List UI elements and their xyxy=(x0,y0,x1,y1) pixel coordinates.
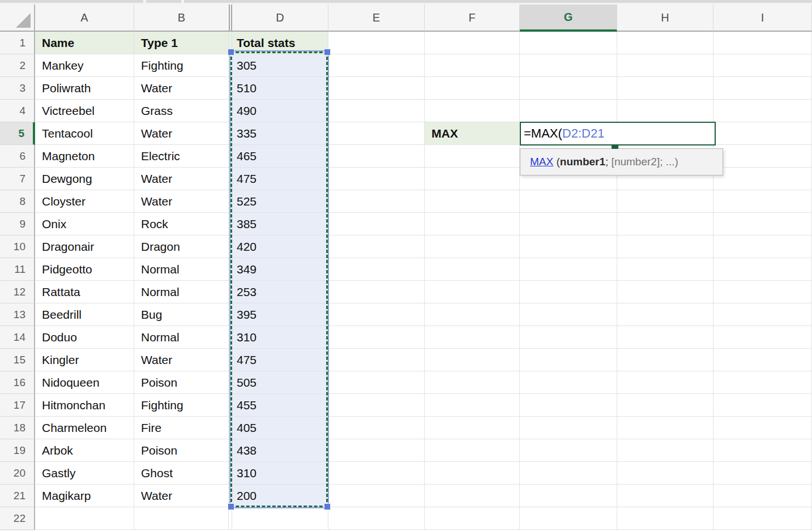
cell-F1[interactable] xyxy=(425,32,520,54)
cell-F12[interactable] xyxy=(425,281,520,303)
row-header-19[interactable]: 19 xyxy=(0,439,35,462)
cell-G12[interactable] xyxy=(520,281,617,303)
cell-G13[interactable] xyxy=(520,303,617,326)
cell-B4[interactable]: Grass xyxy=(134,100,229,122)
cell-E7[interactable] xyxy=(328,168,425,190)
cell-D2[interactable]: 305 xyxy=(232,54,328,77)
cell-A4[interactable]: Victreebel xyxy=(35,100,134,122)
cell-E21[interactable] xyxy=(328,485,425,507)
cell-H21[interactable] xyxy=(617,485,713,507)
cell-G16[interactable] xyxy=(520,371,617,394)
cell-F16[interactable] xyxy=(425,371,520,394)
cell-D5[interactable]: 335 xyxy=(232,122,328,145)
selection-handle-bottom-left[interactable] xyxy=(228,503,234,510)
column-header-G[interactable]: G xyxy=(520,5,617,32)
column-header-I[interactable]: I xyxy=(713,5,812,32)
cell-B16[interactable]: Poison xyxy=(134,371,229,394)
cell-I10[interactable] xyxy=(713,235,812,258)
fill-handle[interactable] xyxy=(612,144,618,149)
cell-I1[interactable] xyxy=(713,32,812,54)
row-header-2[interactable]: 2 xyxy=(0,54,35,77)
row-header-17[interactable]: 17 xyxy=(0,394,35,417)
cell-E11[interactable] xyxy=(328,258,425,281)
cell-H12[interactable] xyxy=(617,281,713,303)
cell-A6[interactable]: Magneton xyxy=(35,145,134,168)
cell-I20[interactable] xyxy=(713,462,812,485)
cell-G15[interactable] xyxy=(520,349,617,371)
row-header-6[interactable]: 6 xyxy=(0,145,35,168)
row-header-9[interactable]: 9 xyxy=(0,213,35,235)
cell-A17[interactable]: Hitmonchan xyxy=(35,394,134,417)
cell-E18[interactable] xyxy=(328,417,425,439)
row-header-4[interactable]: 4 xyxy=(0,100,35,122)
cell-F11[interactable] xyxy=(425,258,520,281)
cell-I17[interactable] xyxy=(713,394,812,417)
cell-D12[interactable]: 253 xyxy=(232,281,328,303)
cell-D10[interactable]: 420 xyxy=(232,235,328,258)
cell-B18[interactable]: Fire xyxy=(134,417,229,439)
select-all-button[interactable] xyxy=(0,5,35,32)
cell-D18[interactable]: 405 xyxy=(232,417,328,439)
cell-A10[interactable]: Dragonair xyxy=(35,235,134,258)
cell-I19[interactable] xyxy=(713,439,812,462)
column-header-A[interactable]: A xyxy=(35,5,134,32)
cell-I13[interactable] xyxy=(713,303,812,326)
cell-B2[interactable]: Fighting xyxy=(134,54,229,77)
cell-E14[interactable] xyxy=(328,326,425,349)
cell-D19[interactable]: 438 xyxy=(232,439,328,462)
cell-H20[interactable] xyxy=(617,462,713,485)
cell-B6[interactable]: Electric xyxy=(134,145,229,168)
cell-A9[interactable]: Onix xyxy=(35,213,134,235)
cell-H4[interactable] xyxy=(617,100,713,122)
cell-G3[interactable] xyxy=(520,77,617,100)
cell-B8[interactable]: Water xyxy=(134,190,229,213)
cell-D6[interactable]: 465 xyxy=(232,145,328,168)
cell-B12[interactable]: Normal xyxy=(134,281,229,303)
cell-D3[interactable]: 510 xyxy=(232,77,328,100)
cell-B15[interactable]: Water xyxy=(134,349,229,371)
cell-E19[interactable] xyxy=(328,439,425,462)
cell-E22[interactable] xyxy=(328,507,425,530)
cell-D7[interactable]: 475 xyxy=(232,168,328,190)
cell-D20[interactable]: 310 xyxy=(232,462,328,485)
cell-F4[interactable] xyxy=(425,100,520,122)
cell-G18[interactable] xyxy=(520,417,617,439)
cell-F9[interactable] xyxy=(425,213,520,235)
cell-E2[interactable] xyxy=(328,54,425,77)
cell-I11[interactable] xyxy=(713,258,812,281)
cell-D11[interactable]: 349 xyxy=(232,258,328,281)
cell-F21[interactable] xyxy=(425,485,520,507)
cell-B20[interactable]: Ghost xyxy=(134,462,229,485)
cell-E1[interactable] xyxy=(328,32,425,54)
cell-F3[interactable] xyxy=(425,77,520,100)
cell-B7[interactable]: Water xyxy=(134,168,229,190)
cell-E12[interactable] xyxy=(328,281,425,303)
cell-A1[interactable]: Name xyxy=(35,32,134,54)
row-header-3[interactable]: 3 xyxy=(0,77,35,100)
cell-G17[interactable] xyxy=(520,394,617,417)
cell-E4[interactable] xyxy=(328,100,425,122)
tooltip-function-link[interactable]: MAX xyxy=(530,156,553,168)
cell-B19[interactable]: Poison xyxy=(134,439,229,462)
cell-A14[interactable]: Doduo xyxy=(35,326,134,349)
cell-I6[interactable] xyxy=(713,145,812,168)
cell-I5[interactable] xyxy=(713,122,812,145)
cell-I8[interactable] xyxy=(713,190,812,213)
cell-H10[interactable] xyxy=(617,235,713,258)
cell-H15[interactable] xyxy=(617,349,713,371)
cell-I4[interactable] xyxy=(713,100,812,122)
selection-handle-top-left[interactable] xyxy=(228,49,234,55)
cell-D16[interactable]: 505 xyxy=(232,371,328,394)
row-header-16[interactable]: 16 xyxy=(0,371,35,394)
cell-G14[interactable] xyxy=(520,326,617,349)
cell-I16[interactable] xyxy=(713,371,812,394)
cell-I22[interactable] xyxy=(713,507,812,530)
cell-B11[interactable]: Normal xyxy=(134,258,229,281)
cell-G19[interactable] xyxy=(520,439,617,462)
cell-B13[interactable]: Bug xyxy=(134,303,229,326)
cell-A11[interactable]: Pidgeotto xyxy=(35,258,134,281)
row-header-18[interactable]: 18 xyxy=(0,417,35,439)
cell-A8[interactable]: Cloyster xyxy=(35,190,134,213)
cell-H18[interactable] xyxy=(617,417,713,439)
cell-F18[interactable] xyxy=(425,417,520,439)
